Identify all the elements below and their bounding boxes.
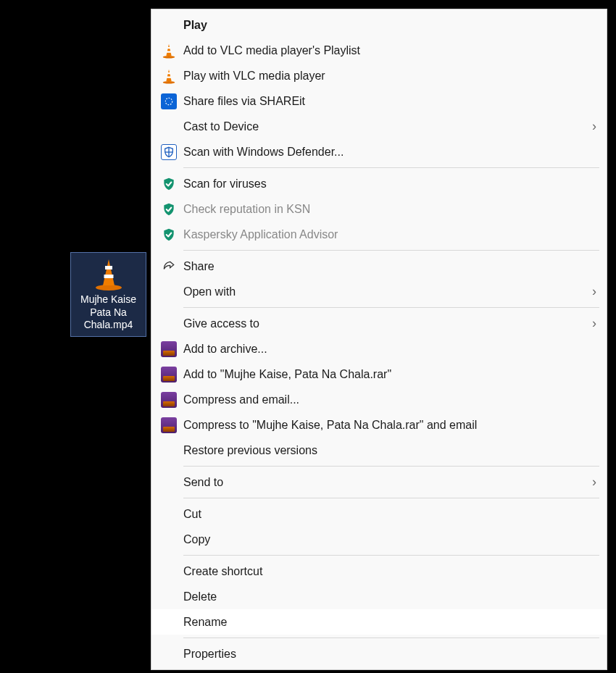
menu-label: Create shortcut: [179, 565, 596, 578]
menu-scan-viruses[interactable]: Scan for viruses: [151, 171, 607, 196]
menu-add-to-archive[interactable]: Add to archive...: [151, 336, 607, 361]
shareit-icon: [159, 93, 179, 109]
separator: [183, 638, 599, 638]
menu-label: Compress to "Mujhe Kaise, Pata Na Chala.…: [179, 419, 596, 432]
svg-rect-7: [167, 51, 171, 52]
menu-windows-defender[interactable]: Scan with Windows Defender...: [151, 139, 607, 164]
file-icon[interactable]: Mujhe Kaise Pata Na Chala.mp4: [70, 252, 146, 337]
share-icon: [159, 259, 179, 274]
menu-vlc-play[interactable]: Play with VLC media player: [151, 63, 607, 88]
menu-label: Cast to Device: [179, 120, 582, 133]
svg-rect-3: [104, 275, 113, 278]
svg-marker-9: [166, 69, 171, 81]
context-menu: Play Add to VLC media player's Playlist …: [151, 9, 607, 670]
menu-send-to[interactable]: Send to ›: [151, 469, 607, 495]
menu-cut[interactable]: Cut: [151, 501, 607, 527]
menu-label: Kaspersky Application Advisor: [179, 228, 596, 241]
svg-rect-10: [167, 72, 171, 73]
menu-label: Scan with Windows Defender...: [179, 146, 596, 159]
file-name-label: Mujhe Kaise Pata Na Chala.mp4: [73, 293, 143, 332]
menu-label: Rename: [179, 616, 596, 629]
menu-shareit[interactable]: Share files via SHAREit: [151, 88, 607, 114]
menu-add-to-named-rar[interactable]: Add to "Mujhe Kaise, Pata Na Chala.rar": [151, 361, 607, 387]
menu-label: Add to "Mujhe Kaise, Pata Na Chala.rar": [179, 368, 596, 381]
menu-label: Share: [179, 260, 596, 273]
kaspersky-shield-icon: [159, 177, 179, 191]
svg-marker-5: [166, 43, 171, 56]
submenu-arrow-icon: ›: [582, 475, 596, 490]
menu-label: Send to: [179, 476, 582, 489]
kaspersky-shield-icon: [159, 202, 179, 217]
menu-create-shortcut[interactable]: Create shortcut: [151, 559, 607, 584]
menu-label: Cut: [179, 508, 596, 521]
menu-cast-to-device[interactable]: Cast to Device ›: [151, 114, 607, 139]
menu-compress-named-and-email[interactable]: Compress to "Mujhe Kaise, Pata Na Chala.…: [151, 412, 607, 438]
winrar-icon: [159, 367, 179, 383]
separator: [183, 167, 599, 168]
submenu-arrow-icon: ›: [582, 119, 596, 134]
menu-label: Scan for viruses: [179, 177, 596, 191]
svg-rect-11: [167, 76, 171, 78]
svg-point-0: [96, 285, 122, 290]
menu-label: Play: [179, 19, 596, 32]
svg-point-8: [163, 80, 175, 83]
svg-rect-2: [105, 266, 112, 269]
menu-compress-and-email[interactable]: Compress and email...: [151, 387, 607, 412]
separator: [183, 498, 599, 498]
svg-point-12: [165, 98, 172, 104]
menu-play[interactable]: Play: [151, 12, 607, 38]
menu-label: Delete: [179, 590, 596, 603]
winrar-icon: [159, 392, 179, 408]
menu-label: Compress and email...: [179, 393, 596, 406]
vlc-cone-icon: [73, 256, 143, 291]
vlc-cone-icon: [159, 43, 179, 59]
separator: [183, 250, 599, 251]
menu-properties[interactable]: Properties: [151, 641, 607, 666]
submenu-arrow-icon: ›: [582, 284, 596, 299]
menu-open-with[interactable]: Open with ›: [151, 279, 607, 304]
svg-rect-6: [167, 46, 171, 48]
svg-point-4: [163, 55, 175, 58]
menu-share[interactable]: Share: [151, 254, 607, 279]
menu-label: Give access to: [179, 317, 582, 330]
menu-label: Share files via SHAREit: [179, 95, 596, 108]
defender-shield-icon: [159, 144, 179, 160]
kaspersky-shield-icon: [159, 227, 179, 242]
menu-label: Play with VLC media player: [179, 70, 596, 83]
menu-delete[interactable]: Delete: [151, 584, 607, 609]
winrar-icon: [159, 417, 179, 433]
menu-give-access-to[interactable]: Give access to ›: [151, 311, 607, 336]
menu-vlc-add-playlist[interactable]: Add to VLC media player's Playlist: [151, 38, 607, 63]
separator: [183, 555, 599, 556]
svg-marker-1: [103, 259, 115, 285]
menu-label: Add to archive...: [179, 343, 596, 356]
menu-label: Check reputation in KSN: [179, 203, 596, 216]
menu-label: Restore previous versions: [179, 444, 596, 457]
menu-label: Properties: [179, 648, 596, 661]
menu-kaspersky-advisor: Kaspersky Application Advisor: [151, 222, 607, 247]
menu-label: Add to VLC media player's Playlist: [179, 44, 596, 57]
winrar-icon: [159, 341, 179, 357]
menu-label: Copy: [179, 533, 596, 546]
menu-label: Open with: [179, 285, 582, 298]
menu-copy[interactable]: Copy: [151, 527, 607, 552]
menu-check-ksn: Check reputation in KSN: [151, 196, 607, 222]
submenu-arrow-icon: ›: [582, 316, 596, 331]
vlc-cone-icon: [159, 68, 179, 84]
menu-restore-previous-versions[interactable]: Restore previous versions: [151, 438, 607, 463]
separator: [183, 307, 599, 308]
separator: [183, 466, 599, 467]
menu-rename[interactable]: Rename: [151, 609, 607, 635]
